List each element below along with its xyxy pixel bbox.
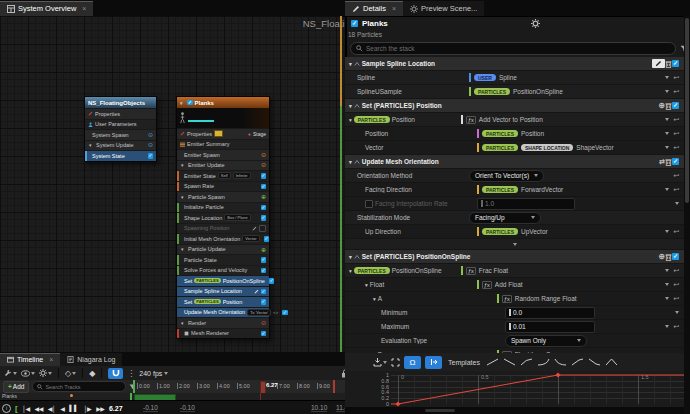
module-enabled-checkbox[interactable] bbox=[672, 60, 679, 67]
emitter-node-header[interactable]: Planks bbox=[177, 97, 269, 108]
chevron-down-icon[interactable] bbox=[665, 90, 669, 93]
add-track-button[interactable]: +Add bbox=[3, 381, 29, 393]
param-row-maximum[interactable]: Maximum 0.01 bbox=[345, 320, 684, 334]
module-enabled-checkbox[interactable] bbox=[672, 253, 679, 260]
track-lane[interactable]: Planks bbox=[0, 393, 345, 400]
details-scrollbar-thumb[interactable] bbox=[685, 18, 689, 203]
iteration-source-icon[interactable] bbox=[261, 152, 266, 158]
tab-details[interactable]: Details bbox=[345, 1, 403, 16]
evaluation-type-dropdown[interactable]: Spawn Only bbox=[505, 335, 587, 347]
param-value[interactable]: ShapeVector bbox=[576, 144, 613, 151]
param-row-particles-positiononspline[interactable]: PARTICLES PositionOnSpline Frac Float bbox=[345, 264, 684, 278]
node-row-mesh-renderer[interactable]: Mesh Renderer bbox=[177, 328, 269, 339]
view-start-value[interactable]: -0.10 bbox=[180, 404, 195, 412]
go-to-end-button[interactable] bbox=[96, 405, 104, 412]
tab-system-overview[interactable]: System Overview bbox=[0, 1, 93, 16]
chevron-down-icon[interactable] bbox=[665, 132, 669, 135]
snap-time-toggle[interactable]: Ω bbox=[404, 356, 421, 369]
curve-keyframe[interactable] bbox=[555, 372, 560, 377]
view-options-button[interactable] bbox=[21, 370, 35, 377]
module-enabled-checkbox[interactable] bbox=[259, 225, 267, 233]
node-row-system-state[interactable]: System State bbox=[85, 150, 156, 161]
emitter-node-planks[interactable]: Planks Properties + Stage Emitter Summar… bbox=[176, 96, 270, 339]
template-peak-icon[interactable] bbox=[605, 358, 618, 366]
node-row-render[interactable]: Render bbox=[177, 317, 269, 328]
collapse-caret-icon[interactable] bbox=[349, 158, 352, 165]
search-stack-input[interactable]: Search the stack bbox=[350, 42, 676, 55]
stabilization-mode-dropdown[interactable]: Facing/Up bbox=[469, 212, 541, 224]
gear-icon[interactable] bbox=[531, 19, 540, 28]
range-end-bracket[interactable] bbox=[333, 380, 335, 393]
param-row-evaluation-type[interactable]: Evaluation Type Spawn Only bbox=[345, 334, 684, 348]
renderer-enabled-checkbox[interactable] bbox=[261, 331, 267, 337]
template-rise-icon[interactable] bbox=[571, 358, 584, 366]
param-row-orientation-method[interactable]: Orientation Method Orient To Vector(s) bbox=[345, 169, 684, 183]
chevron-down-icon[interactable] bbox=[665, 283, 669, 286]
reset-icon[interactable] bbox=[673, 228, 679, 235]
module-enabled-checkbox[interactable] bbox=[261, 268, 267, 274]
dynamic-input-name[interactable]: Add Float bbox=[495, 281, 523, 288]
add-stage-icon[interactable]: + bbox=[247, 131, 251, 137]
step-forward-button[interactable] bbox=[84, 405, 91, 412]
node-row-particle-update[interactable]: Particle Update bbox=[177, 244, 269, 255]
enable-checkbox[interactable] bbox=[365, 200, 373, 208]
add-parameter-icon[interactable] bbox=[658, 252, 665, 261]
template-ease-out-icon[interactable] bbox=[520, 358, 533, 366]
pause-button[interactable] bbox=[69, 405, 79, 411]
search-tracks-input[interactable]: Search Tracks bbox=[32, 381, 126, 392]
node-row-initialize-particle[interactable]: Initialize Particle bbox=[177, 202, 269, 213]
version-icon[interactable] bbox=[273, 310, 278, 315]
param-value[interactable]: ForwardVector bbox=[521, 186, 563, 193]
reset-icon[interactable] bbox=[673, 116, 679, 123]
reset-icon[interactable] bbox=[673, 323, 679, 330]
module-enabled-checkbox[interactable] bbox=[261, 173, 267, 179]
param-row-a[interactable]: A Random Range Float bbox=[345, 292, 684, 306]
template-decay-icon[interactable] bbox=[554, 358, 567, 366]
param-row-float[interactable]: Float Add Float bbox=[345, 278, 684, 292]
expand-curve-icon[interactable] bbox=[391, 358, 400, 367]
node-row-set-positiononspline[interactable]: Set PARTICLES PositionOnSpline bbox=[177, 275, 269, 286]
chevron-down-icon[interactable] bbox=[675, 311, 679, 314]
collapse-caret-icon[interactable] bbox=[180, 100, 185, 106]
reset-icon[interactable] bbox=[673, 295, 679, 302]
info-icon[interactable]: i bbox=[2, 404, 11, 413]
node-row-properties[interactable]: Properties bbox=[85, 108, 156, 119]
view-end-value[interactable]: 10.10 bbox=[311, 404, 327, 412]
orientation-method-dropdown[interactable]: Orient To Vector(s) bbox=[469, 170, 544, 182]
reset-icon[interactable] bbox=[673, 267, 679, 274]
chevron-down-icon[interactable] bbox=[665, 297, 669, 300]
module-enabled-checkbox[interactable] bbox=[261, 215, 267, 221]
collapse-caret-icon[interactable] bbox=[181, 320, 186, 326]
node-row-properties[interactable]: Properties + Stage bbox=[177, 128, 269, 139]
previous-keyframe-button[interactable] bbox=[35, 405, 43, 412]
range-start-bracket[interactable] bbox=[133, 380, 135, 393]
node-row-emitter-spawn[interactable]: Emitter Spawn bbox=[177, 149, 269, 160]
chevron-down-icon[interactable] bbox=[665, 76, 669, 79]
module-enabled-checkbox[interactable] bbox=[672, 102, 679, 109]
dynamic-input-name[interactable]: Frac Float bbox=[479, 267, 508, 274]
param-row-vector[interactable]: Vector PARTICLES SHAPE LOCATION ShapeVec… bbox=[345, 141, 684, 155]
facing-interpolation-input[interactable]: 1.0 bbox=[477, 198, 575, 210]
collapse-caret-icon[interactable] bbox=[349, 60, 352, 67]
module-enabled-checkbox[interactable] bbox=[672, 158, 679, 165]
tab-timeline[interactable]: Timeline bbox=[0, 353, 60, 366]
reset-icon[interactable] bbox=[673, 281, 679, 288]
play-reverse-button[interactable] bbox=[60, 405, 64, 412]
iteration-source-icon[interactable] bbox=[261, 162, 266, 168]
chevron-down-icon[interactable] bbox=[665, 188, 669, 191]
node-row-emitter-summary[interactable]: Emitter Summary bbox=[177, 139, 269, 150]
module-enabled-checkbox[interactable] bbox=[264, 236, 270, 242]
go-to-start-button[interactable] bbox=[22, 405, 29, 412]
param-row-minimum[interactable]: Minimum 0.0 bbox=[345, 306, 684, 320]
param-row-particles-position[interactable]: PARTICLES Position Add Vector to Positio… bbox=[345, 113, 684, 127]
collapse-caret-icon[interactable] bbox=[181, 162, 186, 168]
template-ease-in-icon[interactable] bbox=[537, 358, 550, 366]
emitter-enabled-checkbox[interactable] bbox=[351, 20, 358, 27]
collapse-caret-icon[interactable] bbox=[349, 116, 352, 123]
add-module-icon[interactable] bbox=[261, 246, 266, 253]
param-value[interactable]: UpVector bbox=[521, 228, 548, 235]
close-icon[interactable] bbox=[392, 5, 396, 12]
chevron-down-icon[interactable] bbox=[665, 230, 669, 233]
node-row-update-mesh-orientation[interactable]: Update Mesh Orientation To 'Vector' bbox=[177, 307, 269, 318]
close-icon[interactable] bbox=[49, 356, 53, 363]
